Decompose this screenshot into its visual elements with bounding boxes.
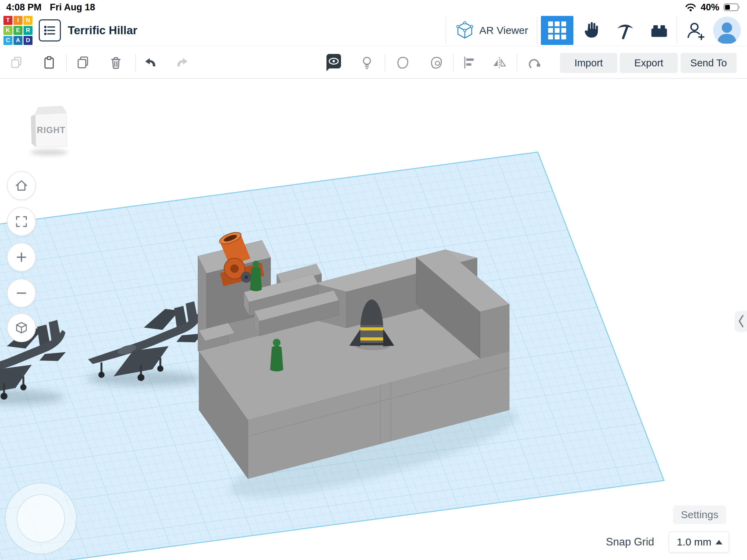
tinkercad-app: 4:08 PM Fri Aug 18 40% T I N K E R — [0, 0, 747, 560]
solid-shape-button[interactable] — [395, 55, 410, 70]
assistive-touch-control[interactable] — [5, 483, 77, 554]
snap-grid-value: 1.0 mm — [669, 536, 716, 548]
ar-viewer-label: AR Viewer — [479, 25, 528, 36]
minecraft-pickaxe-button[interactable] — [611, 17, 639, 44]
separator — [517, 54, 517, 71]
hand-icon — [582, 20, 602, 41]
zoom-in-icon — [14, 250, 29, 265]
collapse-panel-tab[interactable] — [735, 311, 747, 331]
perspective-toggle-button[interactable] — [7, 313, 36, 342]
copy-icon — [9, 55, 24, 70]
separator — [445, 17, 446, 44]
tips-button[interactable] — [359, 55, 375, 70]
lightbulb-icon — [359, 55, 375, 70]
pickaxe-icon — [615, 20, 636, 41]
battery-icon — [723, 3, 741, 12]
view-cube[interactable]: RIGHT — [21, 102, 80, 160]
ios-status-bar: 4:08 PM Fri Aug 18 40% — [0, 0, 747, 15]
delete-button[interactable] — [108, 55, 123, 70]
status-date: Fri Aug 18 — [50, 2, 95, 13]
collapse-panel-icon — [738, 314, 745, 328]
fit-view-button[interactable] — [7, 207, 36, 236]
hand-button[interactable] — [578, 17, 606, 44]
separator — [453, 54, 454, 71]
zoom-in-button[interactable] — [7, 243, 36, 272]
mirror-icon — [492, 55, 507, 70]
paste-icon — [42, 55, 57, 70]
redo-icon — [175, 55, 190, 70]
ruler-icon — [527, 55, 542, 70]
design-menu-button[interactable] — [39, 19, 61, 41]
app-header: T I N K E R C A D Terrific Hillar — [0, 15, 747, 46]
assistive-touch-inner-ring — [17, 494, 65, 543]
export-button[interactable]: Export — [620, 53, 678, 73]
duplicate-icon — [76, 55, 91, 70]
grid-view-icon — [547, 21, 567, 40]
view-cube-label: RIGHT — [37, 125, 66, 135]
perspective-icon — [14, 320, 29, 335]
wifi-icon — [685, 3, 697, 12]
copy-button[interactable] — [9, 55, 24, 70]
align-button[interactable] — [462, 55, 477, 70]
hole-shape-button[interactable] — [428, 55, 444, 70]
paste-button[interactable] — [42, 55, 57, 70]
page-title: Terrific Hillar — [68, 15, 137, 46]
dropdown-caret-icon — [716, 540, 722, 544]
ar-cube-icon — [455, 21, 474, 40]
shape-icon — [395, 55, 410, 70]
separator — [537, 17, 537, 44]
comments-button[interactable] — [324, 53, 344, 73]
zoom-out-icon — [14, 286, 29, 301]
edit-toolbar: Import Export Send To — [0, 46, 747, 79]
separator — [66, 54, 67, 71]
separator — [135, 54, 136, 71]
grid-view-button[interactable] — [541, 16, 573, 45]
add-person-icon — [685, 19, 707, 41]
add-person-button[interactable] — [681, 17, 711, 44]
ruler-button[interactable] — [527, 55, 542, 70]
view-cube-shadow — [30, 149, 68, 156]
lego-brick-button[interactable] — [645, 17, 673, 44]
avatar-person-icon — [713, 17, 741, 44]
duplicate-button[interactable] — [76, 55, 91, 70]
comments-icon — [324, 53, 344, 73]
undo-button[interactable] — [142, 55, 158, 70]
avatar[interactable] — [713, 17, 741, 44]
zoom-out-button[interactable] — [7, 279, 36, 308]
import-button[interactable]: Import — [560, 53, 617, 73]
snap-grid-label: Snap Grid — [606, 536, 654, 548]
send-to-button[interactable]: Send To — [681, 53, 737, 73]
undo-icon — [142, 55, 158, 70]
tinkercad-logo[interactable]: T I N K E R C A D — [3, 16, 33, 45]
home-view-icon — [14, 178, 29, 193]
battery-percent: 40% — [701, 2, 719, 13]
ar-viewer-button[interactable]: AR Viewer — [455, 15, 528, 46]
fit-view-icon — [14, 214, 29, 229]
shape-hole-icon — [428, 55, 444, 70]
align-icon — [462, 55, 477, 70]
brick-icon — [649, 20, 670, 41]
separator — [385, 54, 385, 71]
status-time: 4:08 PM — [6, 2, 42, 13]
home-view-button[interactable] — [7, 171, 36, 200]
settings-button[interactable]: Settings — [673, 505, 726, 524]
design-menu-icon — [43, 24, 57, 37]
redo-button[interactable] — [175, 55, 190, 70]
mirror-button[interactable] — [492, 55, 507, 70]
separator — [676, 17, 677, 44]
snap-grid-dropdown[interactable]: 1.0 mm — [669, 532, 729, 552]
trash-icon — [108, 55, 123, 70]
canvas-3d-scene[interactable] — [0, 0, 747, 560]
